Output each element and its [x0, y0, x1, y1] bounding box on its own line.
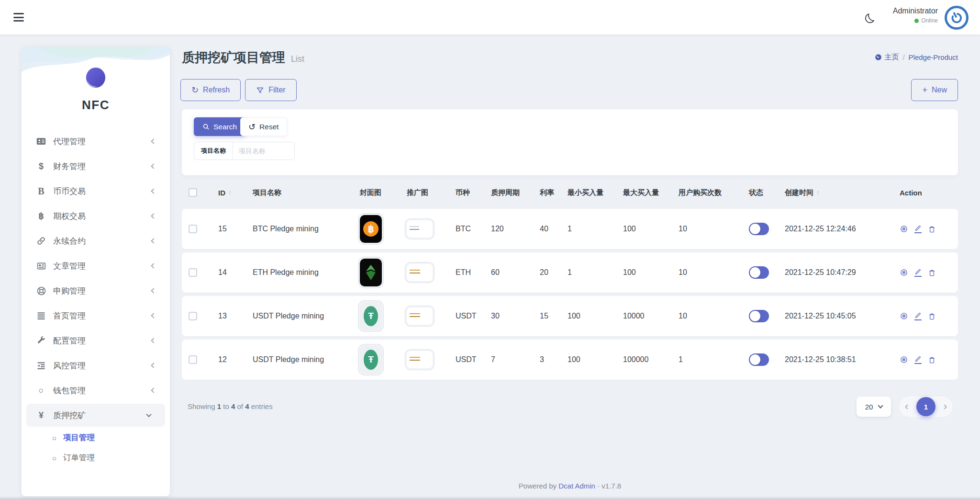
online-dot-icon — [914, 19, 919, 23]
grid-toolbar: ↻ Refresh Filter — [180, 79, 297, 101]
sidebar-item-agents[interactable]: 代理管理 — [22, 129, 170, 154]
sidebar-item-finance[interactable]: $ 财务管理 — [22, 154, 170, 179]
filter-button[interactable]: Filter — [245, 79, 297, 101]
summary-total: 4 — [245, 402, 249, 410]
new-button[interactable]: + New — [911, 79, 958, 101]
user-menu[interactable]: Administrator Online — [893, 7, 938, 24]
dcat-admin-link[interactable]: Dcat Admin — [558, 482, 595, 490]
sidebar-subitem-order-management[interactable]: ○ 订单管理 — [22, 448, 170, 468]
chevron-left-icon — [151, 338, 156, 343]
footer-text: Powered by — [519, 482, 557, 490]
dark-mode-moon-icon[interactable] — [862, 12, 875, 25]
view-eye-icon[interactable] — [900, 355, 908, 364]
status-toggle[interactable] — [749, 310, 769, 322]
sidebar-item-subscription[interactable]: 申购管理 — [22, 278, 170, 303]
avatar[interactable] — [945, 6, 969, 30]
page-number-button[interactable]: 1 — [916, 397, 935, 416]
row-checkbox[interactable] — [189, 268, 197, 277]
usdt-logo-icon: Ŧ — [364, 350, 378, 370]
top-navbar: Administrator Online — [0, 0, 980, 34]
next-page-button[interactable]: › — [944, 401, 947, 412]
column-header-created[interactable]: 创建时间 ↑ — [778, 188, 893, 197]
column-header-label: 利率 — [540, 188, 554, 197]
column-header-label: Action — [900, 189, 922, 197]
cell-max-buy: 100000 — [616, 355, 672, 364]
project-name-input[interactable] — [233, 142, 294, 159]
plus-icon: + — [922, 86, 927, 94]
chevron-left-icon — [151, 238, 156, 243]
sidebar-item-articles[interactable]: 文章管理 — [22, 253, 170, 278]
view-eye-icon[interactable] — [900, 225, 908, 233]
edit-pencil-icon[interactable] — [914, 268, 922, 277]
cell-max-buy: 100 — [616, 268, 672, 277]
delete-trash-icon[interactable] — [928, 356, 936, 364]
chevron-left-icon — [151, 138, 156, 144]
cell-rate: 20 — [533, 268, 561, 277]
bitcoin-icon: ฿ — [35, 211, 47, 221]
sidebar-item-label: 代理管理 — [53, 136, 86, 147]
refresh-button[interactable]: ↻ Refresh — [180, 79, 241, 101]
view-eye-icon[interactable] — [900, 268, 908, 277]
row-checkbox[interactable] — [189, 312, 197, 320]
page-footer: Powered by Dcat Admin · v1.7.8 — [182, 482, 958, 490]
sidebar-item-perpetual[interactable]: 永续合约 — [22, 228, 170, 253]
table-row: 14 ETH Pledge mining ETH 60 20 1 100 10 … — [182, 252, 958, 293]
column-header-max-buy: 最大买入量 — [616, 188, 672, 197]
sidebar-item-spot-trade[interactable]: B 币币交易 — [22, 179, 170, 204]
sidebar-item-options-trade[interactable]: ฿ 期权交易 — [22, 204, 170, 228]
cell-buy-times: 1 — [672, 355, 742, 364]
per-page-select[interactable]: 20 — [857, 397, 891, 417]
view-eye-icon[interactable] — [900, 312, 908, 320]
sidebar-item-pledge-mining[interactable]: ¥ 质押挖矿 — [26, 404, 165, 427]
row-checkbox[interactable] — [189, 225, 197, 233]
cell-max-buy: 100 — [616, 225, 672, 233]
wrench-icon — [35, 336, 47, 345]
breadcrumb-separator: / — [902, 53, 904, 61]
sidebar-toggle-icon[interactable] — [13, 13, 24, 22]
dashboard-icon — [875, 54, 882, 61]
sidebar-item-wallet[interactable]: ○ 钱包管理 — [22, 378, 170, 403]
breadcrumb-home-label: 主页 — [884, 53, 899, 62]
row-checkbox[interactable] — [189, 355, 197, 364]
select-all-checkbox[interactable] — [189, 188, 197, 197]
sidebar-item-config[interactable]: 配置管理 — [22, 328, 170, 353]
sidebar-menu: 代理管理 $ 财务管理 B 币币交易 ฿ 期权交易 — [22, 129, 170, 468]
status-toggle[interactable] — [749, 223, 769, 235]
edit-pencil-icon[interactable] — [914, 312, 922, 320]
edit-pencil-icon[interactable] — [914, 355, 922, 364]
cell-period: 7 — [484, 355, 533, 364]
column-header-label: 用户购买次数 — [679, 188, 722, 197]
delete-trash-icon[interactable] — [928, 269, 936, 277]
search-button[interactable]: Search — [194, 117, 245, 136]
cell-min-buy: 1 — [561, 268, 616, 277]
eth-logo-icon — [364, 263, 378, 282]
search-label: Search — [213, 123, 237, 131]
edit-pencil-icon[interactable] — [914, 225, 922, 233]
column-header-min-buy: 最小买入量 — [561, 188, 616, 197]
delete-trash-icon[interactable] — [928, 312, 936, 320]
prev-page-button[interactable]: ‹ — [905, 401, 908, 412]
cell-rate: 15 — [533, 312, 561, 320]
status-toggle[interactable] — [749, 353, 769, 366]
sidebar-item-risk-control[interactable]: 风控管理 — [22, 353, 170, 378]
delete-trash-icon[interactable] — [928, 225, 936, 233]
cell-buy-times: 10 — [672, 312, 742, 320]
reset-button[interactable]: ↺ Reset — [240, 117, 287, 136]
column-header-coin: 币种 — [449, 188, 484, 197]
project-name-filter-group: 项目名称 — [194, 142, 295, 160]
search-icon — [202, 123, 210, 130]
chevron-left-icon — [151, 363, 156, 368]
sidebar-item-homepage[interactable]: 首页管理 — [22, 303, 170, 328]
circle-icon: ○ — [52, 454, 56, 462]
breadcrumb-home-link[interactable]: 主页 — [875, 53, 899, 62]
chevron-left-icon — [151, 313, 156, 318]
summary-text: Showing — [188, 402, 215, 410]
breadcrumb-current[interactable]: Pledge-Product — [909, 53, 958, 61]
column-header-id[interactable]: ID ↑ — [212, 189, 246, 197]
sidebar-subitem-project-management[interactable]: ○ 项目管理 — [22, 428, 170, 448]
refresh-icon: ↻ — [191, 86, 199, 94]
table-row: 13 USDT Pledge mining Ŧ USDT 30 15 100 1… — [182, 296, 958, 336]
cell-id: 12 — [212, 355, 246, 364]
status-toggle[interactable] — [749, 266, 769, 279]
column-header-period: 质押周期 — [484, 188, 533, 197]
